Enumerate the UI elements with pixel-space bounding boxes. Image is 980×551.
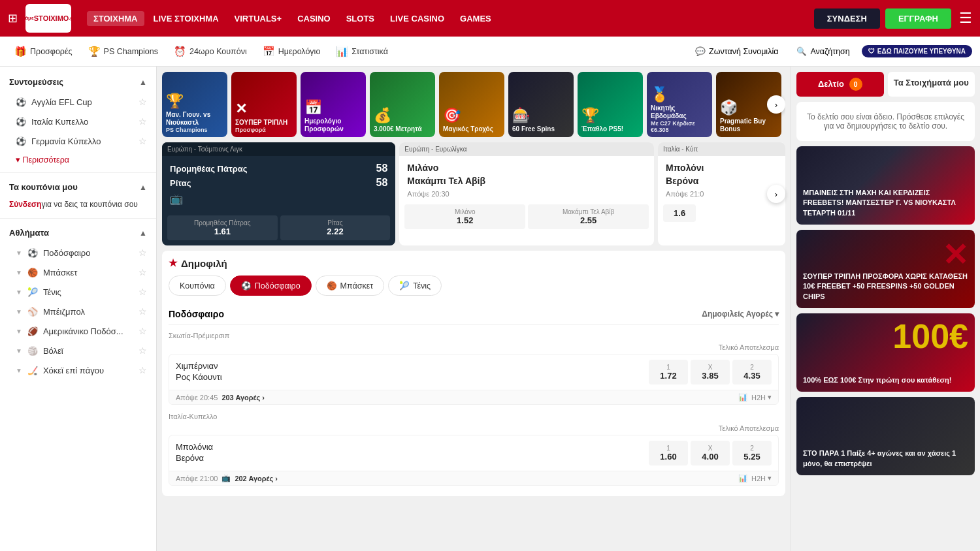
logo-area[interactable]: Πάμε STOIXIMO .gr bbox=[25, 4, 71, 33]
promo-banner-ps-champs[interactable]: ΜΠΑΙΝΕΙΣ ΣΤΗ ΜΑΧΗ ΚΑΙ ΚΕΡΔΙΖΕΙΣ FREEBETS… bbox=[796, 146, 975, 225]
tab-football[interactable]: ⚽ Ποδόσφαιρο bbox=[230, 276, 312, 296]
my-coupons-header[interactable]: Τα κουπόνια μου ▲ bbox=[0, 177, 156, 197]
ps-champions-label: PS Champions bbox=[104, 47, 158, 56]
promo-card-magic-wheel[interactable]: 🎯 Μαγικός Τροχός bbox=[439, 72, 504, 137]
star-icon[interactable]: ☆ bbox=[139, 97, 147, 107]
promo-card-nikitis[interactable]: 🏅 Νικητής Εβδομάδας Με C27 Κέρδισε €6.30… bbox=[647, 72, 712, 137]
nav-virtuals[interactable]: VIRTUALS+ bbox=[228, 11, 289, 26]
match-2-odd-1[interactable]: 1 1.60 bbox=[649, 441, 688, 465]
nav-stoixima[interactable]: ΣΤΟΙΧΗΜΑ bbox=[87, 11, 144, 26]
nav-casino[interactable]: CASINO bbox=[291, 11, 337, 26]
star-icon-2[interactable]: ☆ bbox=[139, 116, 147, 127]
match-2-odd-2[interactable]: 2 5.25 bbox=[732, 441, 772, 465]
popular-markets-button[interactable]: Δημοφιλείς Αγορές ▾ bbox=[702, 309, 779, 319]
star-volleyball-icon[interactable]: ☆ bbox=[139, 345, 147, 356]
featured-match-3[interactable]: Ιταλία - Κύπ Μπολόνι Βερόνα Απόψε 21:0 1… bbox=[658, 142, 785, 245]
brand-logo[interactable]: Πάμε STOIXIMO .gr bbox=[25, 4, 71, 33]
match-2-odds: Μιλάνο 1.52 Μακάμπι Τελ Αβίβ 2.55 bbox=[399, 204, 654, 234]
tab-tennis[interactable]: 🎾 Τένις bbox=[388, 276, 442, 296]
sidebar-item-germany-cup[interactable]: ⚽ Γερμανία Κύπελλο ☆ bbox=[0, 131, 156, 151]
promo-banner-para1[interactable]: ΣΤΟ ΠΑΡΑ 1 Παίξε 4+ αγώνες και αν χάσεις… bbox=[796, 397, 975, 475]
sidebar-item-american-football[interactable]: ▼ 🏈 Αμερικάνικο Ποδόσ... ☆ bbox=[0, 321, 156, 341]
match-1-odd1[interactable]: Προμηθέας Πάτρας 1.61 bbox=[167, 215, 278, 240]
match-2-time: Απόψε 21:00 bbox=[176, 475, 218, 482]
sidebar-more-btn[interactable]: ▾ Περισσότερα bbox=[0, 151, 156, 168]
login-button[interactable]: ΣΥΝΔΕΣΗ bbox=[814, 8, 880, 29]
chevron-down-icon: ▾ bbox=[16, 155, 22, 165]
sidebar-item-football[interactable]: ▼ ⚽ Ποδόσφαιρο ☆ bbox=[0, 243, 156, 262]
result-header-2: Τελικό Αποτελεσμα bbox=[169, 424, 779, 432]
stats-icon: 📊 bbox=[336, 46, 348, 57]
coupon-24hr-item[interactable]: ⏰ 24ωρο Κουπόνι bbox=[167, 43, 253, 60]
offers-item[interactable]: 🎁 Προσφορές bbox=[8, 43, 79, 60]
sidebar-item-ice-hockey[interactable]: ▼ 🏒 Χόκεϊ επί πάγου ☆ bbox=[0, 360, 156, 380]
hamburger-menu-icon[interactable]: ☰ bbox=[959, 10, 972, 27]
live-chat-button[interactable]: 💬 Ζωντανή Συνομιλία bbox=[689, 44, 785, 59]
my-bets-tab[interactable]: Τα Στοιχήματά μου bbox=[888, 72, 975, 97]
promo-next-button[interactable]: › bbox=[767, 95, 785, 114]
nav-slots[interactable]: SLOTS bbox=[340, 11, 381, 26]
promo-card-free-spins[interactable]: 🎰 60 Free Spins bbox=[508, 72, 574, 137]
match-2-odd2[interactable]: Μακάμπι Τελ Αβίβ 2.55 bbox=[528, 204, 649, 229]
tab-basketball[interactable]: 🏀 Μπάσκετ bbox=[316, 276, 385, 296]
result-header-1: Τελικό Αποτελεσμα bbox=[169, 343, 779, 351]
shortcuts-chevron-icon: ▲ bbox=[139, 78, 147, 87]
statistics-item[interactable]: 📊 Στατιστικά bbox=[329, 43, 395, 60]
nav-live-stoixima[interactable]: LIVE ΣΤΟΙΧΗΜΑ bbox=[147, 11, 225, 26]
match-2-odd-x[interactable]: Χ 4.00 bbox=[691, 441, 730, 465]
match-1-odd2[interactable]: Ρίτας 2.22 bbox=[280, 215, 391, 240]
matches-next-button[interactable]: › bbox=[767, 185, 785, 203]
grid-icon[interactable]: ⊞ bbox=[8, 11, 18, 25]
search-button[interactable]: 🔍 Αναζήτηση bbox=[790, 44, 856, 59]
nav-games[interactable]: GAMES bbox=[453, 11, 498, 26]
chevron-markets-1-icon: › bbox=[262, 394, 265, 401]
sidebar-item-italy-cup[interactable]: ⚽ Ιταλία Κυπελλο ☆ bbox=[0, 112, 156, 131]
tab-coupons[interactable]: Κουπόνια bbox=[169, 276, 226, 296]
featured-match-2[interactable]: Ευρώπη - Ευρωλίγκα Μιλάνο Μακάμπι Τελ Αβ… bbox=[399, 142, 654, 245]
star-tennis-icon[interactable]: ☆ bbox=[139, 287, 147, 297]
featured-match-1[interactable]: Ευρώπη - Τσάμπιονς Λιγκ Προμηθέας Πάτρας… bbox=[162, 142, 395, 245]
star-icon-3[interactable]: ☆ bbox=[139, 136, 147, 146]
sidebar-item-basketball[interactable]: ▼ 🏀 Μπάσκετ ☆ bbox=[0, 262, 156, 282]
star-basketball-icon[interactable]: ☆ bbox=[139, 267, 147, 277]
match-1-team1: Προμηθέας Πάτρας bbox=[170, 164, 248, 174]
register-button[interactable]: ΕΓΓΡΑΦΗ bbox=[885, 8, 951, 29]
promo-banner-super-tripla[interactable]: ✕ ΣΟΥΠΕΡ ΤΡΙΠΛΗ ΠΡΟΣΦΟΡΑ ΧΩΡΙΣ ΚΑΤΑΘΕΣΗ … bbox=[796, 230, 975, 308]
ps-champions-item[interactable]: 🏆 PS Champions bbox=[82, 43, 165, 60]
sports-header[interactable]: Αθλήματα ▲ bbox=[0, 223, 156, 243]
h2h-1-button[interactable]: H2H ▾ bbox=[751, 393, 772, 401]
betslip-tab-label: Δελτίο bbox=[818, 79, 844, 89]
match-1-odd-1[interactable]: 1 1.72 bbox=[649, 360, 688, 385]
betslip-tab-active[interactable]: Δελτίο 0 bbox=[796, 72, 884, 97]
match-1-odd-2[interactable]: 2 4.35 bbox=[732, 360, 772, 385]
markets-2-link[interactable]: 202 Αγορές › bbox=[235, 475, 278, 482]
promo-banner-100[interactable]: 100€ 100% ΕΩΣ 100€ Στην πρώτη σου κατάθε… bbox=[796, 313, 975, 392]
star-amfootball-icon[interactable]: ☆ bbox=[139, 326, 147, 336]
promo-card-offer-calendar[interactable]: 📅 Ημερολόγιο Προσφορών bbox=[301, 72, 366, 137]
m2-odd-x-val: 4.00 bbox=[702, 452, 718, 462]
odd-x-val: 3.85 bbox=[702, 371, 718, 381]
sidebar-item-baseball[interactable]: ▼ ⚾ Μπέιζμπολ ☆ bbox=[0, 302, 156, 321]
match-2-odd1[interactable]: Μιλάνο 1.52 bbox=[404, 204, 525, 229]
match-2-footer: Απόψε 21:00 📺 202 Αγορές › 📊 H2H ▾ bbox=[169, 471, 778, 485]
star-football-icon[interactable]: ☆ bbox=[139, 247, 147, 258]
sidebar-login-link[interactable]: Σύνδεση bbox=[9, 200, 41, 209]
promo-card-ps-champions[interactable]: 🏆 Μαν. Γιουν. vs Νιούκαστλ PS Champions bbox=[162, 72, 227, 137]
star-baseball-icon[interactable]: ☆ bbox=[139, 306, 147, 317]
calendar-item[interactable]: 📅 Ημερολόγιο bbox=[256, 43, 327, 60]
sidebar-item-tennis[interactable]: ▼ 🎾 Τένις ☆ bbox=[0, 282, 156, 302]
sidebar-item-england-efl[interactable]: ⚽ Αγγλία EFL Cup ☆ bbox=[0, 92, 156, 112]
promo-card-3000[interactable]: 💰 3.000€ Μετρητά bbox=[370, 72, 435, 137]
match-3-odd1[interactable]: 1.6 bbox=[663, 204, 696, 222]
shortcuts-header[interactable]: Συντομεύσεις ▲ bbox=[0, 72, 156, 92]
h2h-2-button[interactable]: H2H ▾ bbox=[751, 474, 772, 482]
promo-card-super-tripli[interactable]: ✕ ΣΟΥΠΕΡ ΤΡΙΠΛΗ Προσφορά bbox=[231, 72, 297, 137]
tennis-tab-icon: 🎾 bbox=[399, 281, 410, 291]
markets-1-link[interactable]: 203 Αγορές › bbox=[221, 394, 265, 401]
star-hockey-icon[interactable]: ☆ bbox=[139, 365, 147, 375]
match-1-odd-x[interactable]: Χ 3.85 bbox=[691, 360, 730, 385]
promo-card-ps-battles[interactable]: 🏆 Έπαθλο PS5! bbox=[578, 72, 643, 137]
nav-live-casino[interactable]: LIVE CASINO bbox=[384, 11, 451, 26]
sidebar-item-volleyball[interactable]: ▼ 🏐 Βόλεϊ ☆ bbox=[0, 341, 156, 360]
live-chat-label: Ζωντανή Συνομιλία bbox=[709, 47, 778, 56]
